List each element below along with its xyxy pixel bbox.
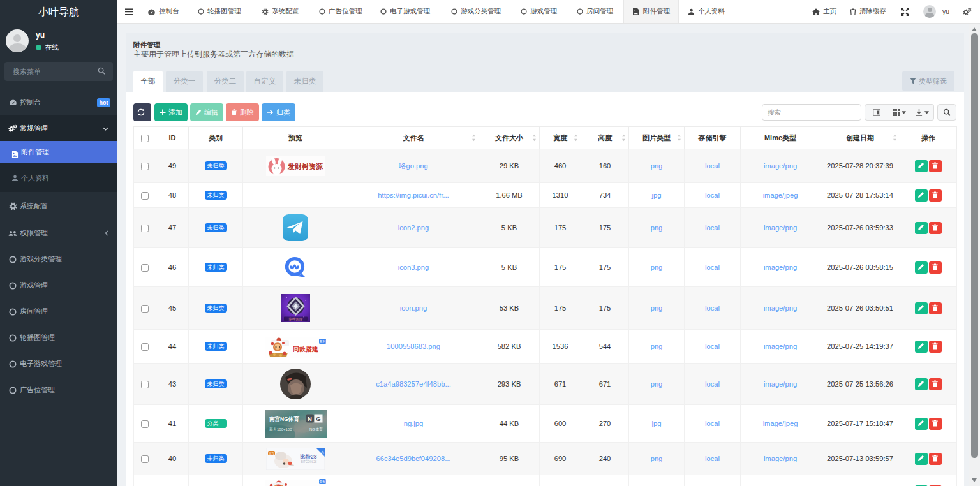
svg-text:南宫NG体育: 南宫NG体育 [269, 416, 299, 422]
svg-text:官方: 官方 [269, 451, 275, 455]
svg-text:崇峰国际: 崇峰国际 [288, 317, 303, 321]
svg-text:NG体育: NG体育 [309, 426, 323, 431]
svg-text:复制: 复制 [320, 480, 326, 484]
svg-text:比特28: 比特28 [300, 453, 317, 459]
svg-text:- BITCOIN 28 -: - BITCOIN 28 - [299, 460, 319, 464]
svg-text:发财树资源: 发财树资源 [287, 163, 323, 170]
svg-text:新人100+100: 新人100+100 [269, 426, 292, 431]
svg-text:G: G [316, 415, 320, 422]
svg-text:复制: 复制 [319, 339, 325, 344]
svg-text:N: N [308, 415, 312, 422]
svg-text:同款搭建: 同款搭建 [293, 346, 318, 353]
